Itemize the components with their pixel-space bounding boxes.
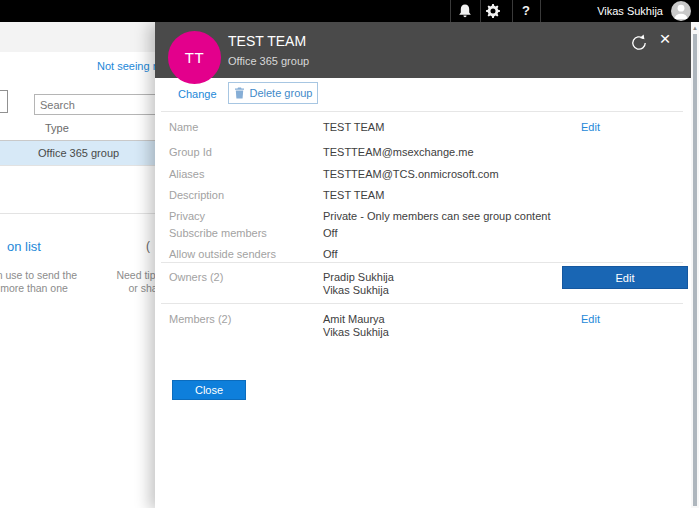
field-value-subscribe-members: Off	[323, 227, 337, 239]
group-details-panel: TEST TEAM Office 365 group × TT Change D…	[155, 22, 691, 508]
field-value-allow-outside-senders: Off	[323, 248, 337, 260]
user-name[interactable]: Vikas Sukhija	[545, 0, 663, 22]
field-label-subscribe-members: Subscribe members	[169, 227, 267, 239]
field-label-group-id: Group Id	[169, 146, 212, 158]
field-label-aliases: Aliases	[169, 168, 204, 180]
delete-group-label: Delete group	[250, 87, 313, 99]
user-avatar-icon[interactable]	[671, 1, 691, 21]
panel-divider	[161, 303, 683, 304]
table-row-type-cell: Office 365 group	[38, 147, 119, 159]
change-link[interactable]: Change	[178, 88, 217, 100]
owner-name-1: Pradip Sukhija	[323, 271, 394, 283]
topbar-divider	[480, 0, 481, 22]
field-value-aliases: TESTTEAM@TCS.onmicrosoft.com	[323, 168, 499, 180]
member-name-1: Amit Maurya	[323, 313, 385, 325]
delete-group-button[interactable]: Delete group	[228, 82, 318, 104]
filter-dropdown-partial[interactable]	[0, 90, 8, 113]
field-label-allow-outside-senders: Allow outside senders	[169, 248, 276, 260]
members-label: Members (2)	[169, 313, 231, 325]
gear-icon[interactable]	[485, 3, 501, 19]
panel-header: TEST TEAM Office 365 group ×	[155, 22, 691, 78]
field-label-name: Name	[169, 121, 198, 133]
panel-divider	[161, 111, 683, 112]
type-column-header: Type	[45, 122, 69, 134]
field-value-privacy: Private - Only members can see group con…	[323, 210, 550, 222]
group-title: TEST TEAM	[228, 33, 306, 49]
edit-members-link[interactable]: Edit	[581, 313, 600, 325]
tip-left-line1: an use to send the	[0, 269, 96, 282]
topbar-divider	[450, 0, 451, 22]
group-avatar: TT	[168, 31, 221, 84]
trash-icon	[234, 87, 245, 99]
member-name-2: Vikas Sukhija	[323, 326, 389, 338]
scrollbar[interactable]: ▲	[691, 22, 699, 508]
owners-label: Owners (2)	[169, 271, 223, 283]
tip-text-left: an use to send the more than one	[0, 269, 96, 295]
scrollbar-up-arrow-icon[interactable]: ▲	[691, 24, 699, 32]
section-heading-fragment: on list	[7, 239, 41, 254]
field-value-description: TEST TEAM	[323, 189, 384, 201]
field-label-privacy: Privacy	[169, 210, 205, 222]
bell-icon[interactable]	[457, 3, 473, 19]
field-value-name: TEST TEAM	[323, 121, 384, 133]
field-value-group-id: TESTTEAM@msexchange.me	[323, 146, 474, 158]
panel-divider	[161, 262, 683, 263]
close-icon[interactable]: ×	[655, 29, 675, 49]
top-bar: ? Vikas Sukhija	[0, 0, 699, 22]
owner-name-2: Vikas Sukhija	[323, 284, 389, 296]
tip-left-line2: more than one	[0, 282, 96, 295]
scrollbar-thumb[interactable]	[693, 34, 697, 506]
close-button[interactable]: Close	[172, 380, 246, 400]
paren-fragment: (	[146, 239, 150, 253]
table-row-selected[interactable]: Office 365 group	[0, 141, 180, 166]
topbar-divider	[540, 0, 541, 22]
group-subtitle: Office 365 group	[228, 55, 309, 67]
refresh-icon[interactable]	[629, 33, 649, 53]
field-label-description: Description	[169, 189, 224, 201]
section-divider	[0, 213, 165, 214]
screen: Not seeing ne Type Office 365 group on l…	[0, 0, 699, 508]
help-icon[interactable]: ?	[512, 0, 540, 22]
edit-name-link[interactable]: Edit	[581, 121, 600, 133]
edit-owners-button[interactable]: Edit	[562, 266, 688, 289]
